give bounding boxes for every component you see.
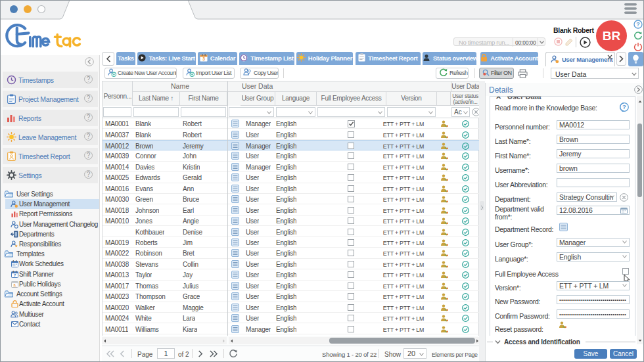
svg-text:3,: 3, [13,283,16,287]
svg-text:?: ? [636,21,640,28]
svg-text:?: ? [622,103,626,110]
